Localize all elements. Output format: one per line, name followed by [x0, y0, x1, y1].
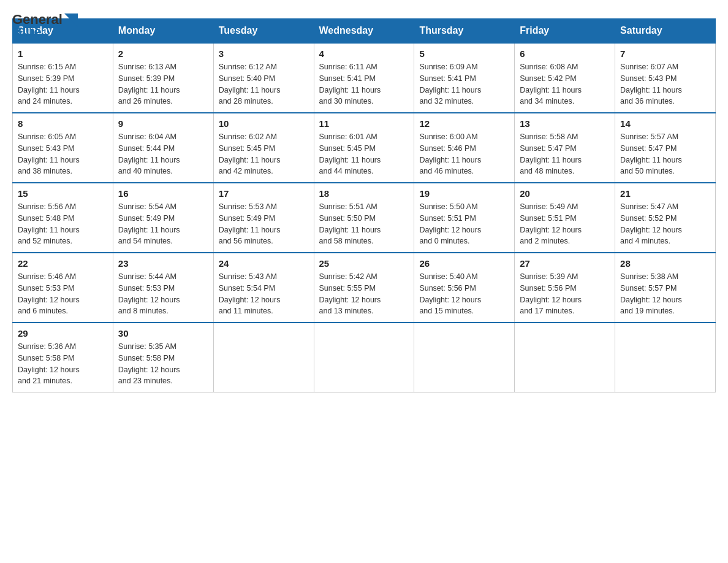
calendar-day-cell: 13 Sunrise: 5:58 AM Sunset: 5:47 PM Dayl… [515, 113, 615, 183]
calendar-day-cell: 23 Sunrise: 5:44 AM Sunset: 5:53 PM Dayl… [113, 253, 213, 323]
calendar-day-cell [615, 323, 716, 393]
day-info: Sunrise: 5:38 AM Sunset: 5:57 PM Dayligh… [620, 271, 710, 317]
day-number: 11 [319, 118, 409, 129]
calendar-day-cell [515, 323, 615, 393]
day-number: 18 [319, 188, 409, 199]
day-info: Sunrise: 5:51 AM Sunset: 5:50 PM Dayligh… [319, 201, 409, 247]
header-tuesday: Tuesday [213, 19, 314, 44]
day-info: Sunrise: 6:04 AM Sunset: 5:44 PM Dayligh… [118, 131, 208, 177]
calendar-day-cell: 16 Sunrise: 5:54 AM Sunset: 5:49 PM Dayl… [113, 183, 213, 253]
calendar-day-cell: 15 Sunrise: 5:56 AM Sunset: 5:48 PM Dayl… [13, 183, 113, 253]
day-number: 4 [319, 48, 409, 59]
calendar-day-cell: 12 Sunrise: 6:00 AM Sunset: 5:46 PM Dayl… [414, 113, 515, 183]
day-info: Sunrise: 5:42 AM Sunset: 5:55 PM Dayligh… [319, 271, 409, 317]
calendar-day-cell: 30 Sunrise: 5:35 AM Sunset: 5:58 PM Dayl… [113, 323, 213, 393]
day-number: 10 [219, 118, 309, 129]
calendar-day-cell: 10 Sunrise: 6:02 AM Sunset: 5:45 PM Dayl… [213, 113, 314, 183]
day-info: Sunrise: 6:08 AM Sunset: 5:42 PM Dayligh… [520, 61, 610, 107]
day-info: Sunrise: 5:56 AM Sunset: 5:48 PM Dayligh… [18, 201, 108, 247]
day-number: 23 [118, 258, 208, 269]
header-friday: Friday [515, 19, 615, 44]
calendar-day-cell: 9 Sunrise: 6:04 AM Sunset: 5:44 PM Dayli… [113, 113, 213, 183]
day-number: 1 [18, 48, 108, 59]
day-info: Sunrise: 5:36 AM Sunset: 5:58 PM Dayligh… [18, 341, 108, 387]
calendar-day-cell: 24 Sunrise: 5:43 AM Sunset: 5:54 PM Dayl… [213, 253, 314, 323]
calendar-day-cell [314, 323, 414, 393]
calendar-day-cell [414, 323, 515, 393]
calendar-day-cell: 1 Sunrise: 6:15 AM Sunset: 5:39 PM Dayli… [13, 43, 113, 113]
day-info: Sunrise: 5:57 AM Sunset: 5:47 PM Dayligh… [620, 131, 710, 177]
day-number: 20 [520, 188, 610, 199]
day-number: 14 [620, 118, 710, 129]
day-info: Sunrise: 6:09 AM Sunset: 5:41 PM Dayligh… [419, 61, 509, 107]
day-number: 19 [419, 188, 509, 199]
calendar-day-cell: 21 Sunrise: 5:47 AM Sunset: 5:52 PM Dayl… [615, 183, 716, 253]
day-number: 27 [520, 258, 610, 269]
day-number: 3 [219, 48, 309, 59]
day-info: Sunrise: 6:05 AM Sunset: 5:43 PM Dayligh… [18, 131, 108, 177]
calendar-header-row: Sunday Monday Tuesday Wednesday Thursday… [13, 19, 716, 44]
calendar-day-cell: 11 Sunrise: 6:01 AM Sunset: 5:45 PM Dayl… [314, 113, 414, 183]
day-info: Sunrise: 5:47 AM Sunset: 5:52 PM Dayligh… [620, 201, 710, 247]
calendar-week-2: 8 Sunrise: 6:05 AM Sunset: 5:43 PM Dayli… [13, 113, 716, 183]
day-number: 2 [118, 48, 208, 59]
day-info: Sunrise: 5:49 AM Sunset: 5:51 PM Dayligh… [520, 201, 610, 247]
header-saturday: Saturday [615, 19, 716, 44]
calendar-day-cell: 14 Sunrise: 5:57 AM Sunset: 5:47 PM Dayl… [615, 113, 716, 183]
day-number: 21 [620, 188, 710, 199]
day-number: 15 [18, 188, 108, 199]
calendar-day-cell: 20 Sunrise: 5:49 AM Sunset: 5:51 PM Dayl… [515, 183, 615, 253]
day-number: 25 [319, 258, 409, 269]
day-number: 24 [219, 258, 309, 269]
day-number: 16 [118, 188, 208, 199]
day-info: Sunrise: 5:54 AM Sunset: 5:49 PM Dayligh… [118, 201, 208, 247]
day-number: 28 [620, 258, 710, 269]
day-info: Sunrise: 5:35 AM Sunset: 5:58 PM Dayligh… [118, 341, 208, 387]
calendar-day-cell: 8 Sunrise: 6:05 AM Sunset: 5:43 PM Dayli… [13, 113, 113, 183]
day-number: 26 [419, 258, 509, 269]
calendar-day-cell: 6 Sunrise: 6:08 AM Sunset: 5:42 PM Dayli… [515, 43, 615, 113]
header-thursday: Thursday [414, 19, 515, 44]
day-number: 7 [620, 48, 710, 59]
calendar-day-cell: 4 Sunrise: 6:11 AM Sunset: 5:41 PM Dayli… [314, 43, 414, 113]
calendar-day-cell: 18 Sunrise: 5:51 AM Sunset: 5:50 PM Dayl… [314, 183, 414, 253]
calendar-day-cell [213, 323, 314, 393]
calendar-day-cell: 5 Sunrise: 6:09 AM Sunset: 5:41 PM Dayli… [414, 43, 515, 113]
calendar-week-1: 1 Sunrise: 6:15 AM Sunset: 5:39 PM Dayli… [13, 43, 716, 113]
day-number: 22 [18, 258, 108, 269]
day-info: Sunrise: 5:46 AM Sunset: 5:53 PM Dayligh… [18, 271, 108, 317]
calendar-table: Sunday Monday Tuesday Wednesday Thursday… [12, 18, 716, 393]
calendar-day-cell: 2 Sunrise: 6:13 AM Sunset: 5:39 PM Dayli… [113, 43, 213, 113]
calendar-day-cell: 19 Sunrise: 5:50 AM Sunset: 5:51 PM Dayl… [414, 183, 515, 253]
calendar-day-cell: 28 Sunrise: 5:38 AM Sunset: 5:57 PM Dayl… [615, 253, 716, 323]
day-number: 9 [118, 118, 208, 129]
day-info: Sunrise: 6:15 AM Sunset: 5:39 PM Dayligh… [18, 61, 108, 107]
calendar-day-cell: 29 Sunrise: 5:36 AM Sunset: 5:58 PM Dayl… [13, 323, 113, 393]
day-info: Sunrise: 5:40 AM Sunset: 5:56 PM Dayligh… [419, 271, 509, 317]
calendar-day-cell: 7 Sunrise: 6:07 AM Sunset: 5:43 PM Dayli… [615, 43, 716, 113]
day-number: 6 [520, 48, 610, 59]
calendar-day-cell: 25 Sunrise: 5:42 AM Sunset: 5:55 PM Dayl… [314, 253, 414, 323]
day-info: Sunrise: 5:50 AM Sunset: 5:51 PM Dayligh… [419, 201, 509, 247]
day-number: 30 [118, 328, 208, 339]
day-info: Sunrise: 6:02 AM Sunset: 5:45 PM Dayligh… [219, 131, 309, 177]
logo-blue: Blue [12, 25, 78, 39]
calendar-week-4: 22 Sunrise: 5:46 AM Sunset: 5:53 PM Dayl… [13, 253, 716, 323]
calendar-day-cell: 22 Sunrise: 5:46 AM Sunset: 5:53 PM Dayl… [13, 253, 113, 323]
calendar-day-cell: 17 Sunrise: 5:53 AM Sunset: 5:49 PM Dayl… [213, 183, 314, 253]
day-number: 8 [18, 118, 108, 129]
day-info: Sunrise: 5:44 AM Sunset: 5:53 PM Dayligh… [118, 271, 208, 317]
day-number: 17 [219, 188, 309, 199]
day-info: Sunrise: 5:53 AM Sunset: 5:49 PM Dayligh… [219, 201, 309, 247]
calendar-day-cell: 27 Sunrise: 5:39 AM Sunset: 5:56 PM Dayl… [515, 253, 615, 323]
day-info: Sunrise: 5:43 AM Sunset: 5:54 PM Dayligh… [219, 271, 309, 317]
day-info: Sunrise: 6:01 AM Sunset: 5:45 PM Dayligh… [319, 131, 409, 177]
day-info: Sunrise: 6:07 AM Sunset: 5:43 PM Dayligh… [620, 61, 710, 107]
day-number: 12 [419, 118, 509, 129]
day-info: Sunrise: 6:11 AM Sunset: 5:41 PM Dayligh… [319, 61, 409, 107]
day-info: Sunrise: 6:00 AM Sunset: 5:46 PM Dayligh… [419, 131, 509, 177]
calendar-week-5: 29 Sunrise: 5:36 AM Sunset: 5:58 PM Dayl… [13, 323, 716, 393]
calendar-day-cell: 26 Sunrise: 5:40 AM Sunset: 5:56 PM Dayl… [414, 253, 515, 323]
day-number: 5 [419, 48, 509, 59]
day-info: Sunrise: 5:39 AM Sunset: 5:56 PM Dayligh… [520, 271, 610, 317]
